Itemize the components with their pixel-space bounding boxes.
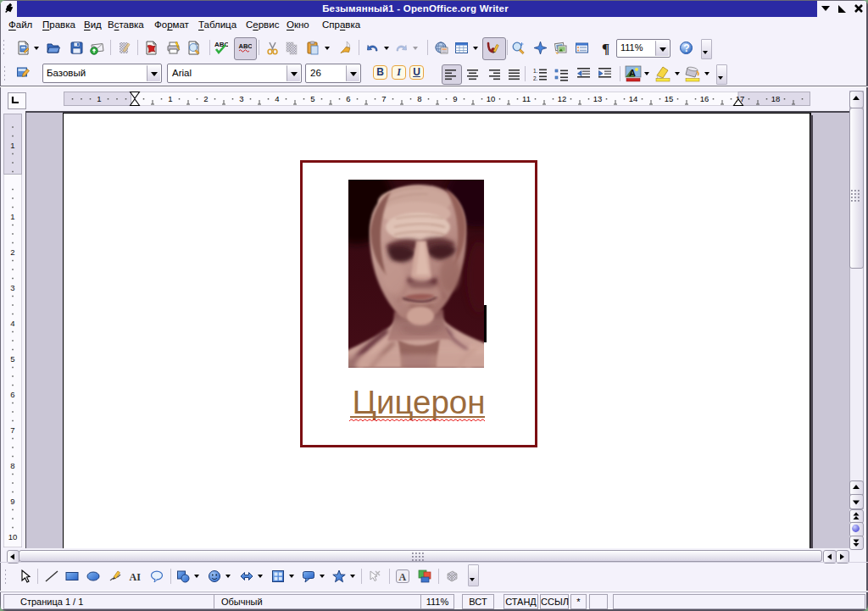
- svg-text:4: 4: [275, 94, 279, 103]
- svg-text:1: 1: [10, 141, 14, 150]
- svg-text:8: 8: [417, 94, 421, 103]
- svg-text:2: 2: [10, 247, 14, 257]
- svg-text:16: 16: [700, 94, 709, 103]
- svg-text:1: 1: [168, 94, 172, 103]
- svg-text:A: A: [399, 571, 407, 583]
- svg-text:18: 18: [771, 94, 781, 103]
- svg-text:13: 13: [593, 94, 603, 103]
- svg-text:ABC: ABC: [239, 42, 253, 50]
- svg-text:AI: AI: [130, 571, 142, 583]
- svg-text:5: 5: [10, 354, 14, 364]
- svg-text:3: 3: [10, 283, 14, 292]
- svg-text:11: 11: [522, 94, 531, 103]
- svg-text:15: 15: [665, 94, 674, 103]
- svg-text:¶: ¶: [602, 41, 609, 55]
- svg-text:7: 7: [381, 94, 386, 103]
- svg-text:1: 1: [10, 212, 14, 221]
- svg-text:9: 9: [10, 497, 14, 506]
- svg-text:ABC: ABC: [214, 41, 228, 48]
- svg-text:7: 7: [10, 425, 14, 435]
- svg-text:12: 12: [558, 94, 567, 103]
- svg-text:1: 1: [97, 94, 101, 103]
- svg-text:2: 2: [203, 94, 208, 103]
- svg-text:6: 6: [346, 94, 350, 103]
- svg-text:9: 9: [453, 94, 457, 103]
- svg-text:8: 8: [10, 461, 14, 470]
- svg-text:?: ?: [683, 42, 689, 54]
- svg-text:14: 14: [629, 94, 638, 103]
- svg-text:10: 10: [487, 94, 496, 103]
- svg-text:5: 5: [310, 94, 314, 103]
- svg-text:3: 3: [239, 94, 243, 103]
- svg-text:1.: 1.: [533, 68, 538, 74]
- svg-text:A: A: [629, 68, 636, 78]
- svg-text:4: 4: [10, 319, 14, 328]
- svg-text:10: 10: [8, 532, 18, 542]
- svg-text:6: 6: [10, 390, 14, 399]
- svg-text:2.: 2.: [533, 75, 538, 81]
